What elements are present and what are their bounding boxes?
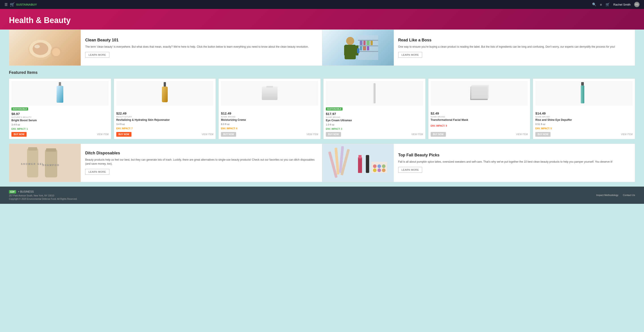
- svg-point-5: [34, 45, 40, 48]
- svg-rect-9: [358, 51, 378, 52]
- read-boss-desc: One way to ensure you're buying a clean …: [398, 45, 615, 49]
- product-name-6: Rise and Shine Eye Depuffer: [535, 118, 632, 122]
- svg-rect-13: [370, 41, 373, 45]
- svg-point-56: [382, 168, 386, 172]
- product-env-3: ENV. IMPACT: 6: [221, 127, 318, 130]
- product-env-2: ENV. IMPACT: 7: [116, 127, 214, 130]
- product-price-1: $8.97: [12, 112, 109, 116]
- buy-now-btn-2[interactable]: BUY NOW: [116, 132, 132, 137]
- avatar[interactable]: RS: [634, 2, 640, 7]
- clean-beauty-image: [9, 30, 81, 66]
- promo-row: SHOWER GEL SHAMPOO Ditch Disposables Bea…: [9, 144, 635, 182]
- view-item-link-1[interactable]: VIEW ITEM: [97, 133, 108, 136]
- product-badge-4: SUSTAINABLE: [326, 107, 342, 111]
- promo-body-ditch: Ditch Disposables Beauty products help u…: [81, 144, 322, 182]
- clean-beauty-learn-more[interactable]: LEARN MORE: [85, 52, 109, 58]
- product-card-5: $2.49 NAME BRAND Transformational Facial…: [428, 79, 530, 139]
- view-item-link-4[interactable]: VIEW ITEM: [411, 133, 423, 136]
- navbar: ☰ 🛒 SUSTAINABUY 🔍 ≡ 🛒 Rachel Smith RS: [0, 0, 644, 9]
- info-card-read-boss: Read Like a Boss One way to ensure you'r…: [322, 30, 635, 66]
- product-name-5: Transformational Facial Mask: [431, 118, 528, 122]
- logo[interactable]: 🛒 SUSTAINABUY: [10, 2, 37, 7]
- view-item-link-6[interactable]: VIEW ITEM: [621, 133, 632, 136]
- promo-desc-fall: Fall is all about pumpkin spice lattes, …: [398, 160, 613, 164]
- product-actions-5: BUY NOW VIEW ITEM: [431, 132, 528, 137]
- svg-rect-14: [360, 46, 362, 50]
- svg-rect-21: [357, 48, 359, 53]
- svg-rect-16: [367, 46, 369, 50]
- svg-rect-24: [56, 86, 63, 103]
- buy-now-btn-5[interactable]: BUY NOW: [431, 132, 446, 137]
- promo-card-fall: Top Fall Beauty Picks Fall is all about …: [322, 144, 635, 182]
- promo-desc-ditch: Beauty products help us feel our best, b…: [85, 158, 318, 166]
- clean-beauty-title: Clean Beauty 101: [85, 38, 308, 43]
- view-item-link-2[interactable]: VIEW ITEM: [202, 133, 213, 136]
- svg-rect-48: [358, 155, 362, 158]
- svg-rect-32: [472, 85, 489, 98]
- cart-icon: 🛒: [10, 2, 15, 7]
- product-badge-1: SUSTAINABLE: [12, 107, 28, 111]
- product-card-4: SUSTAINABLE $17.97 NAME BRAND Eye Cream …: [323, 79, 426, 139]
- svg-rect-23: [58, 86, 62, 86]
- footer-links: Impact Methodology Contact Us: [596, 194, 635, 196]
- buy-now-btn-4[interactable]: BUY NOW: [326, 132, 341, 137]
- buy-now-btn-3[interactable]: BUY NOW: [221, 132, 236, 137]
- product-actions-4: BUY NOW VIEW ITEM: [326, 132, 423, 137]
- svg-rect-8: [358, 46, 378, 46]
- svg-point-52: [378, 164, 381, 168]
- product-image-5: [431, 81, 528, 106]
- clean-beauty-body: Clean Beauty 101 The term 'clean beauty'…: [81, 30, 313, 66]
- svg-text:SHOWER GEL: SHOWER GEL: [21, 163, 44, 165]
- product-brand-5: NAME BRAND: [431, 116, 528, 118]
- svg-rect-28: [266, 86, 273, 88]
- product-name-3: Moisturizing Creme: [221, 118, 318, 122]
- product-env-1: ENV. IMPACT: 1: [12, 128, 109, 130]
- footer-link-impact[interactable]: Impact Methodology: [596, 194, 618, 196]
- svg-rect-39: [45, 149, 57, 177]
- buy-now-btn-1[interactable]: BUY NOW: [12, 132, 26, 137]
- product-actions-2: BUY NOW VIEW ITEM: [116, 132, 214, 137]
- svg-point-51: [373, 164, 376, 168]
- product-brand-2: BEAUTYSTUFF: [116, 116, 214, 118]
- buy-now-btn-6[interactable]: BUY NOW: [535, 132, 550, 137]
- product-name-4: Eye Cream Ultramax: [326, 119, 423, 122]
- product-image-2: [116, 81, 214, 106]
- svg-rect-15: [363, 46, 366, 50]
- cart-nav-icon[interactable]: 🛒: [606, 3, 610, 7]
- product-price-2: $22.49: [116, 111, 214, 115]
- clean-beauty-desc: The term 'clean beauty' is everywhere. B…: [85, 45, 308, 49]
- read-boss-learn-more[interactable]: LEARN MORE: [398, 52, 422, 58]
- footer-link-contact[interactable]: Contact Us: [623, 194, 635, 196]
- product-env-6: ENV. IMPACT: 5: [535, 127, 632, 130]
- read-boss-title: Read Like a Boss: [398, 38, 615, 43]
- svg-rect-34: [581, 86, 584, 103]
- hamburger-icon[interactable]: ☰: [4, 3, 8, 7]
- product-price-6: $14.49: [535, 111, 632, 115]
- footer-address: 257 Park Avenue South, New York, NY 1001…: [9, 194, 77, 197]
- product-image-4: [326, 81, 423, 106]
- read-boss-body: Read Like a Boss One way to ensure you'r…: [394, 30, 620, 66]
- svg-text:SHAMPOO: SHAMPOO: [42, 164, 60, 166]
- view-item-link-3[interactable]: VIEW ITEM: [306, 133, 318, 136]
- product-brand-4: NAME BRAND: [326, 116, 423, 118]
- footer-business-label: + BUSINESS: [18, 190, 34, 193]
- search-icon[interactable]: 🔍: [592, 3, 596, 7]
- product-brand-1: NATURE'S BEAUTY: [12, 116, 109, 118]
- svg-rect-40: [46, 148, 56, 152]
- user-name: Rachel Smith: [613, 3, 630, 6]
- footer-copyright: Copyright © 2020 Environmental Defense F…: [9, 198, 77, 200]
- hero-banner: Health & Beauty: [0, 9, 644, 30]
- view-item-link-5[interactable]: VIEW ITEM: [516, 133, 528, 136]
- promo-card-ditch: SHOWER GEL SHAMPOO Ditch Disposables Bea…: [9, 144, 322, 182]
- promo-learn-more-ditch[interactable]: LEARN MORE: [85, 169, 109, 175]
- product-size-3: 8.0 fl oz: [221, 123, 318, 126]
- product-env-5: ENV. IMPACT: 9: [431, 125, 528, 127]
- product-price-4: $17.97: [326, 112, 423, 116]
- footer: EDF + BUSINESS 257 Park Avenue South, Ne…: [0, 187, 644, 204]
- svg-point-4: [52, 48, 60, 56]
- product-image-3: [221, 81, 318, 106]
- product-card-6: $14.49 NAME BRAND Rise and Shine Eye Dep…: [533, 79, 635, 139]
- list-icon[interactable]: ≡: [600, 3, 602, 7]
- svg-rect-25: [164, 82, 166, 87]
- promo-learn-more-fall[interactable]: LEARN MORE: [398, 167, 422, 173]
